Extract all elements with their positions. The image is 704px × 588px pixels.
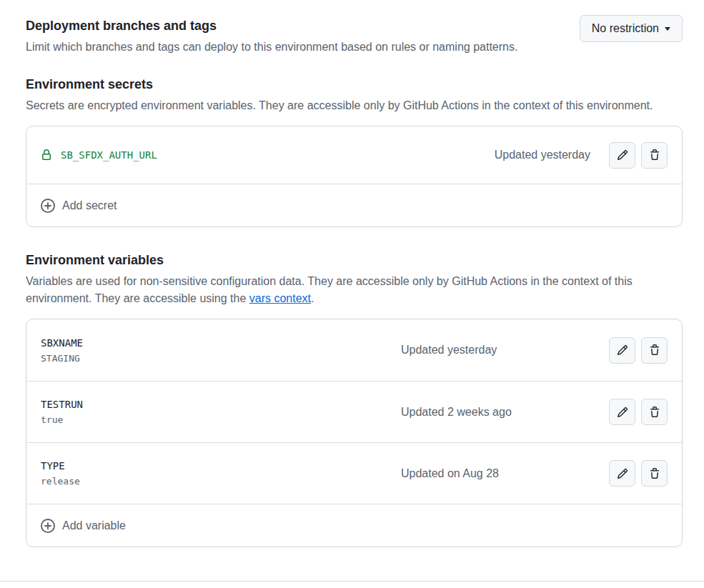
environment-secrets-header: Environment secrets Secrets are encrypte…	[26, 76, 683, 114]
variable-name: SBXNAME	[41, 337, 401, 349]
variable-actions	[609, 399, 668, 425]
variable-updated-text: Updated on Aug 28	[401, 467, 609, 480]
pencil-icon	[617, 344, 628, 356]
variable-value: true	[41, 414, 401, 425]
edit-variable-button[interactable]	[609, 399, 635, 425]
page-bottom-divider	[0, 581, 704, 582]
plus-circle-icon	[41, 199, 55, 213]
add-variable-button[interactable]: Add variable	[26, 504, 682, 547]
variable-row: SBXNAME STAGING Updated yesterday	[26, 319, 682, 381]
deployment-policy-dropdown-label: No restriction	[592, 22, 659, 35]
variable-name-col: TESTRUN true	[41, 399, 401, 425]
secret-updated-text: Updated yesterday	[495, 149, 590, 161]
deployment-policy-dropdown[interactable]: No restriction	[580, 15, 683, 42]
variable-actions	[609, 337, 668, 364]
variable-updated-text: Updated 2 weeks ago	[401, 406, 609, 419]
deployment-branches-section: Deployment branches and tags Limit which…	[26, 17, 683, 56]
variable-name-col: SBXNAME STAGING	[41, 337, 401, 364]
environment-secrets-description: Secrets are encrypted environment variab…	[26, 97, 683, 114]
variable-name: TYPE	[41, 460, 401, 472]
variable-value: release	[41, 476, 401, 487]
variable-name-col: TYPE release	[41, 460, 401, 487]
plus-circle-icon	[41, 519, 55, 533]
variable-row: TYPE release Updated on Aug 28	[26, 442, 682, 504]
deployment-branches-title: Deployment branches and tags	[26, 17, 517, 34]
environment-variables-description: Variables are used for non-sensitive con…	[26, 273, 683, 307]
add-secret-button[interactable]: Add secret	[26, 184, 682, 226]
secret-row: SB_SFDX_AUTH_URL Updated yesterday	[26, 126, 682, 184]
lock-icon	[41, 149, 52, 161]
edit-variable-button[interactable]	[609, 460, 635, 487]
variables-card: SBXNAME STAGING Updated yesterday	[26, 319, 683, 547]
trash-icon	[649, 407, 660, 418]
variable-updated-text: Updated yesterday	[401, 344, 609, 357]
delete-secret-button[interactable]	[641, 142, 668, 169]
add-secret-label: Add secret	[62, 199, 116, 212]
edit-secret-button[interactable]	[609, 142, 635, 169]
secret-name: SB_SFDX_AUTH_URL	[61, 149, 157, 161]
trash-icon	[649, 149, 660, 161]
delete-variable-button[interactable]	[641, 399, 668, 425]
vars-context-link[interactable]: vars context	[249, 292, 311, 304]
environment-secrets-title: Environment secrets	[26, 76, 683, 93]
variable-row: TESTRUN true Updated 2 weeks ago	[26, 381, 682, 442]
description-period: .	[311, 292, 314, 304]
variable-actions	[609, 460, 668, 487]
environment-variables-header: Environment variables Variables are used…	[26, 251, 683, 307]
secret-actions	[609, 142, 668, 169]
delete-variable-button[interactable]	[641, 460, 668, 487]
trash-icon	[649, 344, 660, 356]
pencil-icon	[617, 149, 628, 161]
deployment-branches-header: Deployment branches and tags Limit which…	[26, 17, 517, 56]
chevron-down-icon	[665, 27, 670, 31]
pencil-icon	[617, 407, 628, 418]
variable-name: TESTRUN	[41, 399, 401, 410]
deployment-branches-description: Limit which branches and tags can deploy…	[26, 39, 517, 56]
add-variable-label: Add variable	[62, 519, 126, 532]
trash-icon	[649, 468, 660, 479]
edit-variable-button[interactable]	[609, 337, 635, 364]
description-text: Variables are used for non-sensitive con…	[26, 275, 633, 304]
delete-variable-button[interactable]	[641, 337, 668, 364]
variable-value: STAGING	[41, 353, 401, 364]
pencil-icon	[617, 468, 628, 479]
secrets-card: SB_SFDX_AUTH_URL Updated yesterday	[26, 126, 683, 227]
environment-variables-title: Environment variables	[26, 251, 683, 269]
environment-settings-page: Deployment branches and tags Limit which…	[0, 0, 704, 547]
